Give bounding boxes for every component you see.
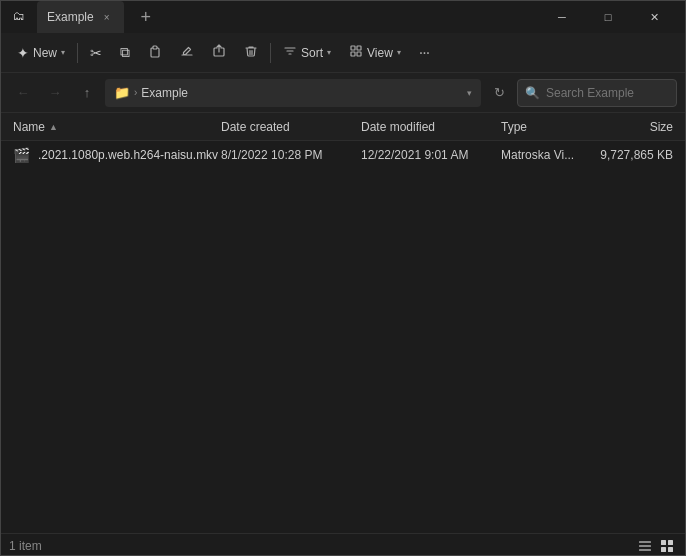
cut-button[interactable]: ✂ xyxy=(82,38,110,68)
column-header-type[interactable]: Type xyxy=(497,120,587,134)
column-header-name[interactable]: Name ▲ xyxy=(9,120,217,134)
svg-rect-10 xyxy=(668,540,673,545)
sort-label: Sort xyxy=(301,46,323,60)
titlebar: 🗂 Example × + ─ □ ✕ xyxy=(1,1,685,33)
paste-icon xyxy=(148,44,162,61)
svg-rect-2 xyxy=(351,46,355,50)
svg-rect-8 xyxy=(639,549,651,551)
copy-icon: ⧉ xyxy=(120,44,130,61)
paste-button[interactable] xyxy=(140,38,170,68)
file-type: Matroska Vi... xyxy=(497,148,587,162)
svg-rect-5 xyxy=(357,52,361,56)
column-header-date-modified[interactable]: Date modified xyxy=(357,120,497,134)
maximize-button[interactable]: □ xyxy=(585,1,631,33)
svg-rect-1 xyxy=(153,46,157,49)
search-input[interactable] xyxy=(517,79,677,107)
back-icon: ← xyxy=(17,85,30,100)
refresh-button[interactable]: ↻ xyxy=(485,79,513,107)
file-name-text: .2021.1080p.web.h264-naisu.mkv xyxy=(38,148,218,162)
new-button[interactable]: ✦ New ▾ xyxy=(9,38,73,68)
close-button[interactable]: ✕ xyxy=(631,1,677,33)
back-button[interactable]: ← xyxy=(9,79,37,107)
file-size: 9,727,865 KB xyxy=(587,148,677,162)
minimize-button[interactable]: ─ xyxy=(539,1,585,33)
addressbar: ← → ↑ 📁 › Example ▾ ↻ 🔍 xyxy=(1,73,685,113)
svg-rect-9 xyxy=(661,540,666,545)
breadcrumb[interactable]: 📁 › Example ▾ xyxy=(105,79,481,107)
refresh-icon: ↻ xyxy=(494,85,505,100)
column-header-size[interactable]: Size xyxy=(587,120,677,134)
toolbar-separator-2 xyxy=(270,43,271,63)
rename-icon xyxy=(180,44,194,61)
copy-button[interactable]: ⧉ xyxy=(112,38,138,68)
view-button[interactable]: View ▾ xyxy=(341,38,409,68)
toolbar: ✦ New ▾ ✂ ⧉ xyxy=(1,33,685,73)
share-icon xyxy=(212,44,226,61)
rename-button[interactable] xyxy=(172,38,202,68)
breadcrumb-dropdown-icon: ▾ xyxy=(467,88,472,98)
svg-rect-4 xyxy=(351,52,355,56)
close-tab-button[interactable]: × xyxy=(100,10,114,24)
file-list: 🎬 .2021.1080p.web.h264-naisu.mkv 8/1/202… xyxy=(1,141,685,533)
more-icon: ··· xyxy=(419,44,429,62)
view-icon xyxy=(349,44,363,61)
delete-button[interactable] xyxy=(236,38,266,68)
details-view-button[interactable] xyxy=(635,536,655,556)
titlebar-left: 🗂 Example × + xyxy=(13,1,160,33)
breadcrumb-separator-icon: › xyxy=(134,87,137,98)
more-button[interactable]: ··· xyxy=(411,38,437,68)
sort-chevron-icon: ▾ xyxy=(327,48,331,57)
view-toggles xyxy=(635,536,677,556)
file-list-header: Name ▲ Date created Date modified Type S… xyxy=(1,113,685,141)
svg-rect-7 xyxy=(639,545,651,547)
up-button[interactable]: ↑ xyxy=(73,79,101,107)
forward-button[interactable]: → xyxy=(41,79,69,107)
titlebar-tab[interactable]: Example × xyxy=(37,1,124,33)
new-chevron-icon: ▾ xyxy=(61,48,65,57)
svg-rect-11 xyxy=(661,547,666,552)
breadcrumb-folder-icon: 📁 xyxy=(114,85,130,100)
file-name-cell: 🎬 .2021.1080p.web.h264-naisu.mkv xyxy=(9,146,217,164)
forward-icon: → xyxy=(49,85,62,100)
app-icon: 🗂 xyxy=(13,9,29,25)
new-tab-button[interactable]: + xyxy=(132,3,160,31)
svg-rect-6 xyxy=(639,541,651,543)
sort-button[interactable]: Sort ▾ xyxy=(275,38,339,68)
search-wrapper: 🔍 xyxy=(517,79,677,107)
file-date-modified: 12/22/2021 9:01 AM xyxy=(357,148,497,162)
file-icon: 🎬 xyxy=(13,146,30,164)
svg-rect-12 xyxy=(668,547,673,552)
view-label: View xyxy=(367,46,393,60)
content-area: ✦ New ▾ ✂ ⧉ xyxy=(1,33,685,556)
status-item-count: 1 item xyxy=(9,539,42,553)
new-icon: ✦ xyxy=(17,45,29,61)
file-date-created: 8/1/2022 10:28 PM xyxy=(217,148,357,162)
svg-rect-3 xyxy=(357,46,361,50)
file-content: Name ▲ Date created Date modified Type S… xyxy=(1,113,685,533)
window-controls: ─ □ ✕ xyxy=(539,1,677,33)
tab-label: Example xyxy=(47,10,94,24)
sort-icon xyxy=(283,44,297,61)
grid-view-button[interactable] xyxy=(657,536,677,556)
statusbar: 1 item xyxy=(1,533,685,556)
up-icon: ↑ xyxy=(84,85,91,100)
sort-ascending-icon: ▲ xyxy=(49,122,58,132)
breadcrumb-folder-name: Example xyxy=(141,86,188,100)
column-header-date-created[interactable]: Date created xyxy=(217,120,357,134)
toolbar-separator-1 xyxy=(77,43,78,63)
delete-icon xyxy=(244,44,258,61)
view-chevron-icon: ▾ xyxy=(397,48,401,57)
cut-icon: ✂ xyxy=(90,45,102,61)
new-label: New xyxy=(33,46,57,60)
table-row[interactable]: 🎬 .2021.1080p.web.h264-naisu.mkv 8/1/202… xyxy=(1,141,685,169)
share-button[interactable] xyxy=(204,38,234,68)
